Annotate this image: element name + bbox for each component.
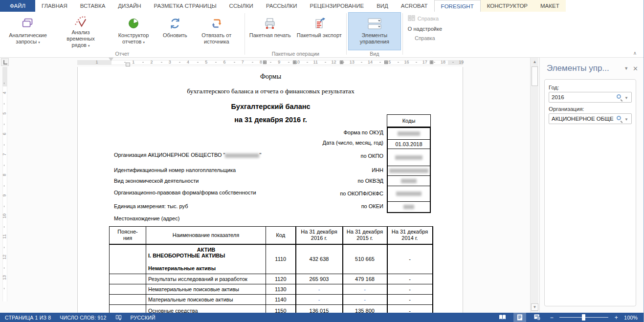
collapse-ribbon-icon[interactable]: ∧ <box>633 50 637 56</box>
table-column-marker[interactable] <box>263 61 266 64</box>
ribbon-tab-1[interactable]: ГЛАВНАЯ <box>35 0 74 12</box>
year-field[interactable]: 2016 ▼ <box>549 92 632 103</box>
document-page[interactable]: Формы бухгалтерского баланса и отчета о … <box>77 67 463 313</box>
ruler-number: 11 <box>312 60 319 64</box>
ribbon-tab-8[interactable]: ВИД <box>370 0 395 12</box>
note-cell <box>110 305 146 313</box>
about-addin-button[interactable]: О надстройке <box>408 26 442 32</box>
ruler-tick <box>270 62 271 63</box>
doc-heading-line2: бухгалтерского баланса и отчета о финанс… <box>89 87 452 95</box>
value-cell: - <box>387 244 433 274</box>
ruler-tick <box>234 62 235 63</box>
scroll-down-icon[interactable]: ▼ <box>531 303 538 311</box>
code-cell <box>388 149 430 166</box>
code-cell <box>388 186 430 201</box>
indent-marker[interactable] <box>126 63 130 66</box>
ruler-margin-band <box>2 67 7 86</box>
chevron-down-icon[interactable]: ▼ <box>624 117 628 122</box>
ruler-tick <box>4 226 4 228</box>
year-field-value: 2016 <box>552 94 564 100</box>
time-series-icon <box>73 15 88 29</box>
report-designer-icon <box>126 15 141 32</box>
zoom-out-icon[interactable]: − <box>549 314 555 321</box>
table-column-marker[interactable] <box>384 61 388 64</box>
search-icon[interactable] <box>617 116 621 120</box>
table-column-marker[interactable] <box>293 61 296 64</box>
help-button: Справка <box>408 15 439 22</box>
zoom-level[interactable]: 100% <box>624 315 638 321</box>
value-cell: 135 800 <box>343 305 387 313</box>
table-header-cell: Поясне- ния <box>110 227 146 244</box>
read-mode-icon[interactable] <box>496 313 509 322</box>
ribbon-tab-9[interactable]: ACROBAT <box>395 0 434 12</box>
page-indicator[interactable]: СТРАНИЦА 1 ИЗ 8 <box>5 315 51 321</box>
table-column-marker[interactable] <box>430 61 433 64</box>
proofing-icon[interactable] <box>115 314 122 321</box>
note-cell <box>110 274 146 284</box>
zoom-slider[interactable] <box>559 313 608 322</box>
scroll-up-icon[interactable]: ▲ <box>531 58 538 65</box>
ruler-number: 1 <box>93 60 100 64</box>
ribbon-tab-2[interactable]: ВСТАВКА <box>74 0 112 12</box>
tab-selector-icon[interactable] <box>1 58 9 66</box>
ruler-number: 12 <box>331 60 337 64</box>
web-layout-icon[interactable] <box>531 313 544 322</box>
code-cell: 1150 <box>266 305 296 313</box>
batch-print-button[interactable]: Пакетная печать <box>246 12 294 50</box>
year-field-label: Год: <box>549 85 632 90</box>
language-indicator[interactable]: РУССКИЙ <box>131 315 155 321</box>
ribbon-tab-0[interactable]: ФАЙЛ <box>0 0 35 12</box>
controls-toggle-button[interactable]: Элементы управления <box>348 12 401 50</box>
value-cell: - <box>296 284 343 295</box>
horizontal-ruler[interactable]: 112345678910111213141516171819 <box>77 58 463 67</box>
word-count[interactable]: ЧИСЛО СЛОВ: 912 <box>60 315 106 321</box>
ribbon-tab-5[interactable]: ССЫЛКИ <box>223 0 260 12</box>
ribbon-tab-12[interactable]: МАКЕТ <box>534 0 566 12</box>
group-label-batch: Пакетные операции <box>245 50 346 57</box>
ruler-number: 5 <box>203 60 210 64</box>
vertical-ruler[interactable]: 45678910111213 <box>0 67 9 313</box>
indicator-name-cell: Результаты исследований и разработок <box>146 274 266 284</box>
ribbon-tab-4[interactable]: РАЗМЕТКА СТРАНИЦЫ <box>148 0 223 12</box>
organization-field-label: Организация: <box>549 106 632 112</box>
ruler-tick <box>452 62 454 63</box>
code-row-label: Форма по ОКУД <box>344 129 384 135</box>
first-line-indent-marker[interactable] <box>109 58 113 61</box>
note-cell <box>110 244 146 274</box>
unlink-source-button[interactable]: Отвязать от источника <box>190 12 243 50</box>
time-series-button[interactable]: Анализ временных рядов <box>54 12 107 50</box>
zoom-thumb[interactable] <box>582 314 585 321</box>
search-icon[interactable] <box>617 94 621 99</box>
ribbon-tab-10[interactable]: FORESIGHT <box>434 0 481 12</box>
balance-table: Поясне- нияНаименование показателяКодНа … <box>109 226 433 313</box>
pane-close-icon[interactable]: ✕ <box>633 65 638 72</box>
vertical-scrollbar[interactable]: ▲ ▼ <box>530 58 538 313</box>
pane-menu-icon[interactable]: ▼ <box>624 66 628 71</box>
table-header-cell: На 31 декабря 2014 г. <box>387 227 433 244</box>
ruler-tick <box>4 185 4 187</box>
table-column-marker[interactable] <box>340 61 343 64</box>
ruler-number: 19 <box>458 60 465 64</box>
button-label: Анализ временных рядов <box>57 29 104 49</box>
ribbon-tab-11[interactable]: КОНСТРУКТОР <box>481 0 534 12</box>
ruler-number: 17 <box>422 60 428 64</box>
table-header-cell: На 31 декабря 2016 г. <box>296 227 343 244</box>
value-cell: - <box>296 295 343 305</box>
analytic-queries-button[interactable]: Аналитические запросы <box>1 12 54 50</box>
ribbon-tab-3[interactable]: ДИЗАЙН <box>111 0 147 12</box>
report-designer-button[interactable]: Конструктор отчетов <box>107 12 160 50</box>
batch-export-button[interactable]: Пакетный экспорт <box>294 12 345 50</box>
ribbon-tab-6[interactable]: РАССЫЛКИ <box>260 0 304 12</box>
group-label-view: Вид <box>347 50 402 57</box>
scrollbar-thumb[interactable] <box>532 66 538 86</box>
ribbon-tab-7[interactable]: РЕЦЕНЗИРОВАНИЕ <box>304 0 371 12</box>
print-layout-icon[interactable] <box>513 313 526 322</box>
ruler-tick <box>161 62 162 63</box>
ruler-number: 18 <box>440 60 446 64</box>
button-label: Конструктор отчетов <box>110 32 157 45</box>
organization-field[interactable]: АКЦИОНЕРНОЕ ОБЩЕСТВО ▼ <box>549 113 632 124</box>
zoom-in-icon[interactable]: + <box>613 314 619 321</box>
chevron-down-icon[interactable]: ▼ <box>624 96 628 100</box>
indicator-name-cell: Нематериальные поисковые активы <box>146 284 266 295</box>
refresh-button[interactable]: Обновить <box>160 12 190 50</box>
